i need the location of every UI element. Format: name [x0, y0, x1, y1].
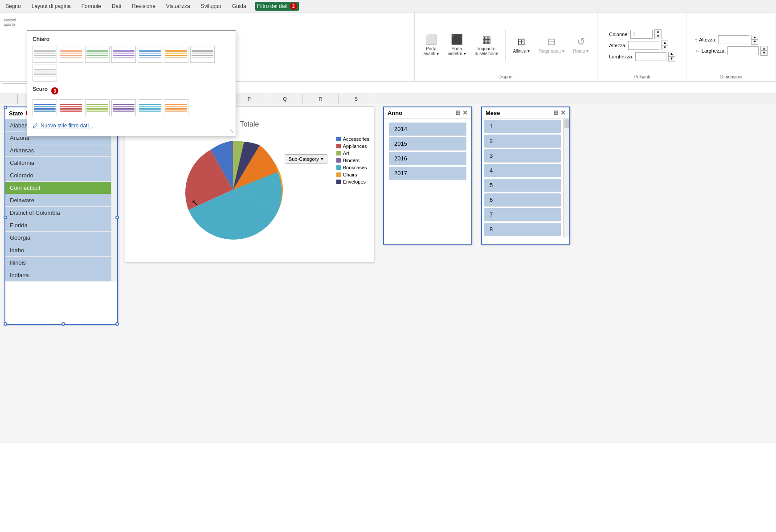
dim-larghezza-spin-up[interactable]: ▲ [761, 46, 767, 51]
state-slicer: State 1 ⊞ ✕ Alabama Arizona Arkansas Cal… [4, 106, 118, 325]
style-light-1[interactable] [33, 46, 57, 63]
dim-larghezza-spin-down[interactable]: ▼ [761, 51, 767, 55]
mese-8[interactable]: 8 [484, 223, 561, 236]
resize-bm[interactable] [61, 322, 65, 326]
scuro-title: Scuro [33, 86, 48, 92]
menu-formule[interactable]: Formule [80, 2, 103, 10]
mese-scrollbar-thumb[interactable] [564, 119, 569, 128]
subcategory-dropdown[interactable]: Sub-Category ▾ [285, 154, 327, 164]
altezza2-spinner[interactable]: ▲ ▼ [661, 41, 668, 50]
colonne-spinner[interactable]: ▲ ▼ [654, 29, 662, 39]
style-dark-3[interactable] [85, 99, 110, 116]
porta-indietro-btn[interactable]: ⬛ Portaindietro ▾ [444, 32, 470, 58]
state-connecticut[interactable]: Connecticut [5, 182, 111, 194]
mese-6[interactable]: 6 [484, 193, 561, 207]
new-style-link[interactable]: 🖊 Nuovo stile filtro dati... [33, 121, 230, 131]
style-dark-1[interactable] [33, 99, 57, 116]
chart-inner: Sub-Category ▾ [125, 132, 374, 252]
cell-reference-input[interactable] [2, 83, 29, 92]
menu-guida[interactable]: Guida [230, 2, 248, 10]
state-idaho[interactable]: Idaho [5, 244, 111, 257]
style-light-7[interactable] [190, 46, 215, 63]
ribbon-disponi-buttons: ⬜ Portaavanti ▾ ⬛ Portaindietro ▾ ▦ Riqu… [420, 14, 592, 73]
mese-7[interactable]: 7 [484, 208, 561, 221]
menu-visualizza[interactable]: Visualizza [164, 2, 192, 10]
resize-bl[interactable] [4, 322, 7, 326]
state-california[interactable]: California [5, 157, 111, 169]
dim-altezza-icon: ↕ [695, 37, 698, 42]
mese-5[interactable]: 5 [484, 179, 561, 192]
content-area: State 1 ⊞ ✕ Alabama Arizona Arkansas Cal… [0, 104, 776, 443]
colonne-spin-down[interactable]: ▼ [655, 34, 661, 39]
mese-3[interactable]: 3 [484, 149, 561, 163]
state-illinois[interactable]: Illinois [5, 257, 111, 269]
dim-larghezza-input[interactable]: 5,76 cm [727, 46, 759, 55]
style-light-8[interactable] [33, 65, 57, 82]
anno-2014[interactable]: 2014 [389, 123, 466, 136]
anno-2016[interactable]: 2016 [389, 152, 466, 165]
menu-sviluppo[interactable]: Sviluppo [199, 2, 223, 10]
style-dark-5[interactable] [138, 99, 162, 116]
anno-2017[interactable]: 2017 [389, 167, 466, 180]
dim-altezza-spin-down[interactable]: ▼ [751, 40, 758, 44]
pie-chart-wrap: Sub-Category ▾ [130, 132, 336, 248]
altezza2-spin-up[interactable]: ▲ [662, 41, 668, 45]
riquadro-icon: ▦ [482, 34, 491, 45]
state-arkansas[interactable]: Arkansas [5, 144, 111, 157]
mese-4[interactable]: 4 [484, 164, 561, 177]
mese-2[interactable]: 2 [484, 135, 561, 148]
state-georgia[interactable]: Georgia [5, 232, 111, 244]
menu-filtro-dati[interactable]: Filtro dei dati 2 [255, 2, 299, 11]
raggruppa-btn[interactable]: ⊟ Raggruppa ▾ [535, 34, 568, 55]
state-scrollbar[interactable] [111, 119, 117, 282]
menu-segno[interactable]: Segno [4, 2, 23, 10]
larghezza-spin-down[interactable]: ▼ [669, 57, 675, 61]
resize-handle[interactable]: ⤡ [229, 128, 234, 134]
altezza2-input[interactable]: 0,71 cm [628, 41, 659, 50]
anno-2015[interactable]: 2015 [389, 137, 466, 151]
porta-avanti-btn[interactable]: ⬜ Portaavanti ▾ [420, 32, 442, 58]
menu-revisione[interactable]: Revisione [130, 2, 157, 10]
menu-layout[interactable]: Layout di pagina [30, 2, 73, 10]
style-dark-6[interactable] [164, 99, 188, 116]
ruota-btn[interactable]: ↺ Ruota ▾ [570, 34, 592, 55]
state-colorado[interactable]: Colorado [5, 169, 111, 182]
riquadro-selezione-btn[interactable]: ▦ Riquadrodi selezione [471, 32, 502, 58]
state-delaware[interactable]: Delaware [5, 194, 111, 207]
pulsanti-label: Pulsanti [634, 74, 650, 79]
mese-clear-icon[interactable]: ✕ [560, 109, 566, 116]
legend-label-binders: Binders [343, 158, 359, 163]
menu-dati[interactable]: Dati [110, 2, 123, 10]
mese-filter-icon[interactable]: ⊞ [553, 109, 559, 116]
style-light-2[interactable] [59, 46, 83, 63]
resize-mr[interactable] [115, 216, 119, 219]
legend-dot-bookcases [336, 165, 341, 170]
resize-tl[interactable] [4, 106, 7, 109]
style-dark-4[interactable] [111, 99, 136, 116]
colonne-input[interactable] [630, 30, 653, 39]
dim-altezza-spinner[interactable]: ▲ ▼ [751, 35, 758, 45]
dim-altezza-input[interactable]: 11,25 cm [718, 35, 749, 44]
state-florida[interactable]: Florida [5, 219, 111, 232]
anno-clear-icon[interactable]: ✕ [462, 109, 468, 116]
anno-filter-icon[interactable]: ⊞ [455, 109, 461, 116]
state-indiana[interactable]: Indiana [5, 269, 111, 282]
state-dc[interactable]: District of Columbia [5, 207, 111, 219]
allinea-btn[interactable]: ⊞ Allinea ▾ [509, 34, 533, 55]
style-light-5[interactable] [138, 46, 162, 63]
larghezza-input[interactable]: 4,7 cm [635, 52, 666, 61]
resize-ml[interactable] [4, 216, 7, 219]
style-dark-2[interactable] [59, 99, 83, 116]
dim-altezza-spin-up[interactable]: ▲ [751, 35, 758, 40]
larghezza-spin-up[interactable]: ▲ [669, 52, 675, 57]
style-light-6[interactable] [164, 46, 188, 63]
colonne-spin-up[interactable]: ▲ [655, 30, 661, 34]
style-light-4[interactable] [111, 46, 136, 63]
altezza2-spin-down[interactable]: ▼ [662, 45, 668, 50]
dim-larghezza-spinner[interactable]: ▲ ▼ [760, 46, 768, 56]
larghezza-spinner[interactable]: ▲ ▼ [668, 52, 675, 61]
mese-1[interactable]: 1 [484, 120, 561, 133]
resize-br[interactable] [115, 322, 119, 326]
mese-scrollbar[interactable] [563, 119, 569, 237]
style-light-3[interactable] [85, 46, 110, 63]
